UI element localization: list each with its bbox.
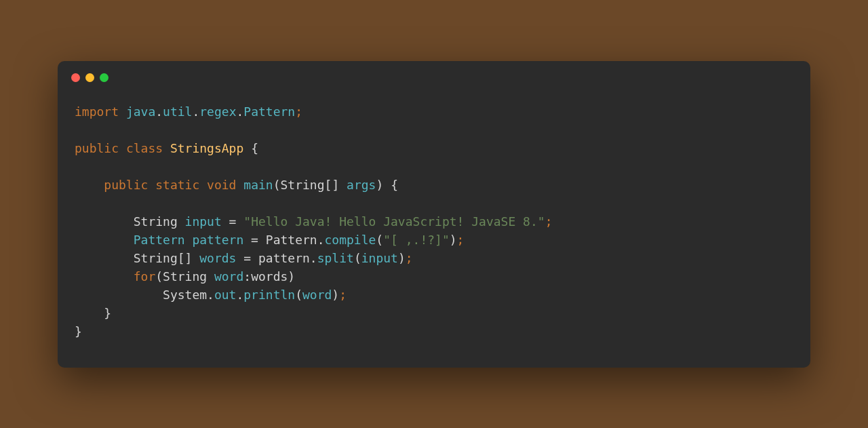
keyword-public: public xyxy=(75,141,119,155)
var-input: input xyxy=(185,214,222,229)
package-java: java xyxy=(126,104,155,119)
package-util: util xyxy=(163,104,192,119)
var-pattern: pattern xyxy=(192,233,243,247)
keyword-import: import xyxy=(75,104,119,119)
type-string: String xyxy=(281,178,325,192)
keyword-for: for xyxy=(134,269,156,284)
var-word: word xyxy=(214,269,243,284)
string-regex: "[ ,.!?]" xyxy=(383,233,450,247)
keyword-void: void xyxy=(207,178,236,192)
method-split: split xyxy=(317,251,354,265)
code-window: import java.util.regex.Pattern; public c… xyxy=(58,61,810,368)
keyword-class: class xyxy=(126,141,163,155)
class-name: StringsApp xyxy=(170,141,243,155)
window-titlebar xyxy=(58,61,810,89)
var-words: words xyxy=(199,251,236,265)
field-out: out xyxy=(214,288,237,302)
package-pattern: Pattern xyxy=(243,104,295,119)
method-main: main xyxy=(243,178,273,192)
method-println: println xyxy=(243,288,295,302)
param-args: args xyxy=(347,178,376,192)
string-literal: "Hello Java! Hello JavaScript! JavaSE 8.… xyxy=(243,214,545,229)
package-regex: regex xyxy=(199,104,236,119)
minimize-icon[interactable] xyxy=(85,73,94,82)
keyword-static: static xyxy=(155,178,199,192)
obj-system: System xyxy=(163,288,207,302)
method-compile: compile xyxy=(325,233,376,247)
close-icon[interactable] xyxy=(71,73,80,82)
code-editor[interactable]: import java.util.regex.Pattern; public c… xyxy=(58,89,810,368)
maximize-icon[interactable] xyxy=(100,73,108,82)
type-pattern: Pattern xyxy=(134,233,185,247)
